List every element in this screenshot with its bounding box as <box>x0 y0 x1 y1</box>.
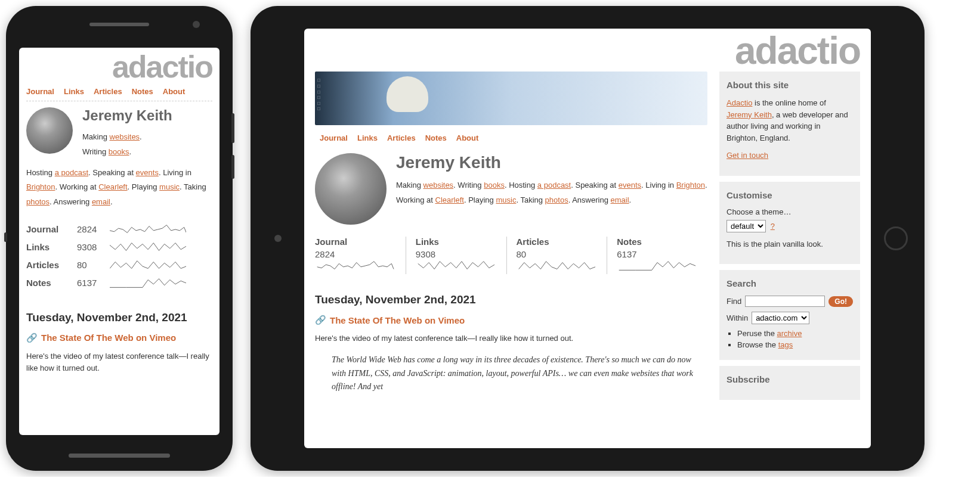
phone-device-frame: adactio Journal Links Articles Notes Abo… <box>6 6 233 471</box>
author-name: Jeremy Keith <box>396 153 707 172</box>
bio-books-link[interactable]: books <box>484 181 505 190</box>
bio-podcast-link[interactable]: a podcast <box>55 168 88 177</box>
theme-label: Choose a theme… <box>727 207 853 216</box>
author-bio: Making websites. Writing books. Hosting … <box>396 178 707 207</box>
site-logo[interactable]: adactio <box>26 54 212 80</box>
count-journal[interactable]: Journal 2824 <box>26 221 212 238</box>
post-blockquote: The World Wide Web has come a long way i… <box>332 353 707 393</box>
sparkline-notes <box>617 259 698 272</box>
author-avatar[interactable] <box>26 107 73 154</box>
sidebar-about-heading: About this site <box>727 80 853 90</box>
sparkline-articles <box>110 259 186 272</box>
search-input[interactable] <box>745 296 825 307</box>
sparkline-notes <box>110 277 186 290</box>
bio-websites-link[interactable]: websites <box>110 132 140 141</box>
contact-link[interactable]: Get in touch <box>727 151 768 160</box>
bio-photos-link[interactable]: photos <box>545 195 568 204</box>
count-links[interactable]: Links 9308 <box>26 238 212 256</box>
phone-camera <box>193 21 200 28</box>
theme-help-link[interactable]: ? <box>771 222 775 231</box>
bio-email-link[interactable]: email <box>611 195 629 204</box>
link-icon: 🔗 <box>315 315 326 325</box>
link-icon: 🔗 <box>26 333 38 343</box>
tags-link[interactable]: tags <box>778 340 793 349</box>
count-journal[interactable]: Journal 2824 <box>315 237 406 274</box>
post-excerpt: Here's the video of my latest conference… <box>315 333 707 345</box>
tablet-camera <box>274 235 282 242</box>
count-links[interactable]: Links 9308 <box>406 237 506 274</box>
bio-clearleft-link[interactable]: Clearleft <box>435 195 464 204</box>
post-counts: Journal 2824 Links 9308 Articles 80 Note… <box>26 221 212 292</box>
tablet-device-frame: adactio □□□□□□ Journal Links Articles No… <box>251 6 925 471</box>
bio-music-link[interactable]: music <box>496 195 516 204</box>
main-column: □□□□□□ Journal Links Articles Notes Abou… <box>315 72 707 406</box>
phone-side-button <box>4 232 7 242</box>
nav-journal[interactable]: Journal <box>26 87 54 96</box>
hero-banner-image: □□□□□□ <box>315 72 707 125</box>
nav-links[interactable]: Links <box>357 133 378 142</box>
author-name: Jeremy Keith <box>82 107 172 124</box>
list-item: Peruse the archive <box>737 329 853 338</box>
tablet-viewport: adactio □□□□□□ Journal Links Articles No… <box>304 29 871 448</box>
bio-events-link[interactable]: events <box>619 181 641 190</box>
find-label: Find <box>727 297 741 306</box>
sparkline-journal <box>110 223 186 236</box>
sidebar-customise: Customise Choose a theme… default ? This… <box>719 182 860 265</box>
about-adactio-link[interactable]: Adactio <box>727 98 752 107</box>
sidebar-search: Search Find Go! Within adactio.com Perus… <box>719 270 860 360</box>
archive-link[interactable]: archive <box>777 329 802 338</box>
bio-books-link[interactable]: books <box>109 147 129 156</box>
bio-podcast-link[interactable]: a podcast <box>537 181 571 190</box>
sparkline-journal <box>315 259 396 272</box>
author-bio: Making websites. Writing books. <box>82 130 172 159</box>
sidebar-subscribe: Subscribe <box>719 366 860 400</box>
nav-links[interactable]: Links <box>64 87 84 96</box>
author-bio-continued: Hosting a podcast. Speaking at events. L… <box>26 166 212 210</box>
post-date: Tuesday, November 2nd, 2021 <box>26 311 212 324</box>
phone-home-bar <box>69 454 170 458</box>
primary-nav: Journal Links Articles Notes About <box>26 85 212 101</box>
bio-email-link[interactable]: email <box>92 197 110 206</box>
sparkline-links <box>416 259 497 272</box>
about-jeremy-link[interactable]: Jeremy Keith <box>727 110 772 119</box>
tablet-home-button <box>884 226 908 250</box>
bio-brighton-link[interactable]: Brighton <box>26 182 55 191</box>
count-articles[interactable]: Articles 80 <box>506 237 607 274</box>
theme-select[interactable]: default <box>727 220 766 232</box>
nav-articles[interactable]: Articles <box>387 133 416 142</box>
author-avatar[interactable] <box>315 153 387 225</box>
bio-events-link[interactable]: events <box>136 168 159 177</box>
sidebar: About this site Adactio is the online ho… <box>719 72 860 406</box>
sparkline-links <box>110 241 186 254</box>
bio-music-link[interactable]: music <box>159 182 180 191</box>
nav-articles[interactable]: Articles <box>94 87 122 96</box>
within-label: Within <box>727 313 748 322</box>
search-go-button[interactable]: Go! <box>828 296 853 307</box>
post-counts: Journal 2824 Links 9308 Articles 80 <box>315 237 707 274</box>
bio-brighton-link[interactable]: Brighton <box>676 181 705 190</box>
post-title-link[interactable]: The State Of The Web on Vimeo <box>41 333 176 343</box>
bio-clearleft-link[interactable]: Clearleft <box>98 182 127 191</box>
nav-notes[interactable]: Notes <box>132 87 153 96</box>
search-heading: Search <box>727 278 853 288</box>
post-date: Tuesday, November 2nd, 2021 <box>315 293 707 306</box>
phone-side-button <box>231 113 234 143</box>
count-notes[interactable]: Notes 6137 <box>607 237 707 274</box>
nav-about[interactable]: About <box>163 87 186 96</box>
hero-dots-icon: □□□□□□ <box>317 77 320 112</box>
nav-notes[interactable]: Notes <box>425 133 447 142</box>
within-select[interactable]: adactio.com <box>752 312 809 324</box>
nav-about[interactable]: About <box>456 133 479 142</box>
hero-figure <box>387 76 440 125</box>
bio-websites-link[interactable]: websites <box>423 181 454 190</box>
bio-photos-link[interactable]: photos <box>26 197 50 206</box>
site-logo[interactable]: adactio <box>304 29 871 67</box>
count-notes[interactable]: Notes 6137 <box>26 274 212 292</box>
sparkline-articles <box>517 259 598 272</box>
theme-description: This is the plain vanilla look. <box>727 238 853 250</box>
count-articles[interactable]: Articles 80 <box>26 256 212 274</box>
post-title-link[interactable]: The State Of The Web on Vimeo <box>330 315 465 325</box>
sidebar-about: About this site Adactio is the online ho… <box>719 72 860 176</box>
primary-nav: Journal Links Articles Notes About <box>315 130 707 148</box>
nav-journal[interactable]: Journal <box>320 133 348 142</box>
